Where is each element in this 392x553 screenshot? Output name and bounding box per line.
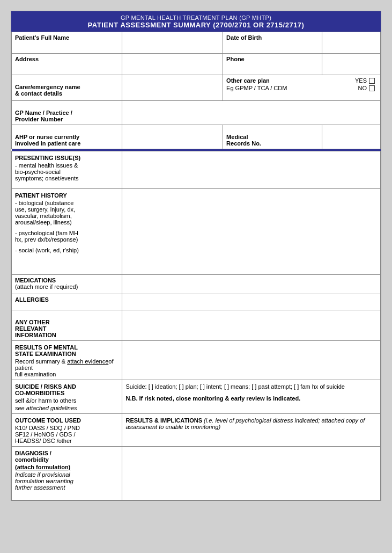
presenting-issues-label: PRESENTING ISSUE(S) - mental health issu… — [12, 151, 122, 189]
any-other-label: ANY OTHER RELEVANT INFORMATION — [12, 310, 122, 341]
row-address: Address Phone — [12, 54, 381, 75]
medical-records-value[interactable] — [322, 125, 381, 149]
row-mental-state: RESULTS OF MENTAL STATE EXAMINATION Reco… — [12, 341, 381, 380]
outcome-results-cell: RESULTS & IMPLICATIONS (i.e. level of ps… — [122, 414, 381, 447]
patient-name-value[interactable] — [122, 32, 223, 54]
suicide-note: N.B. If risk noted, close monitoring & e… — [125, 395, 377, 402]
medical-records-label: Medical Records No. — [223, 125, 322, 149]
phone-label: Phone — [223, 54, 322, 75]
header-line2: PATIENT ASSESSMENT SUMMARY (2700/2701 OR… — [13, 21, 379, 29]
row-outcome-tool: OUTCOME TOOL USED K10/ DASS / SDQ / PND … — [12, 414, 381, 447]
patient-name-label: Patient's Full Name — [12, 32, 122, 54]
form-table: Patient's Full Name Date of Birth Addres… — [11, 32, 381, 500]
row-suicide: SUICIDE / RISKS AND CO-MORBIDITIES self … — [12, 380, 381, 414]
diagnosis-label: DIAGNOSIS / comorbidity (attach formulat… — [12, 447, 122, 500]
row-diagnosis: DIAGNOSIS / comorbidity (attach formulat… — [12, 447, 381, 500]
no-checkbox[interactable] — [369, 85, 375, 91]
page: GP MENTAL HEALTH TREATMENT PLAN (GP MHTP… — [11, 11, 381, 501]
row-patient-name: Patient's Full Name Date of Birth — [12, 32, 381, 54]
allergies-label: ALLERGIES — [12, 294, 122, 310]
dob-value[interactable] — [322, 32, 381, 54]
mental-state-label: RESULTS OF MENTAL STATE EXAMINATION Reco… — [12, 341, 122, 380]
row-any-other: ANY OTHER RELEVANT INFORMATION — [12, 310, 381, 341]
ahp-label: AHP or nurse currently involved in patie… — [12, 125, 122, 149]
row-carer: Carer/emergency name & contact details O… — [12, 75, 381, 101]
allergies-value[interactable] — [122, 294, 381, 310]
patient-history-label: PATIENT HISTORY - biological (substance … — [12, 189, 122, 275]
medications-value[interactable] — [122, 275, 381, 294]
yes-checkbox[interactable] — [369, 78, 375, 84]
carer-label: Carer/emergency name & contact details — [12, 75, 122, 101]
suicide-label: SUICIDE / RISKS AND CO-MORBIDITIES self … — [12, 380, 122, 414]
any-other-value[interactable] — [122, 310, 381, 341]
gp-name-label: GP Name / Practice / Provider Number — [12, 101, 122, 125]
row-allergies: ALLERGIES — [12, 294, 381, 310]
other-care-plan-cell: Other care plan YES Eg GPMP / TCA / CDM … — [223, 75, 381, 101]
form-header: GP MENTAL HEALTH TREATMENT PLAN (GP MHTP… — [11, 11, 381, 32]
suicide-value: Suicide: [ ] ideation; [ ] plan; [ ] int… — [122, 380, 381, 414]
patient-history-value[interactable] — [122, 189, 381, 275]
row-patient-history: PATIENT HISTORY - biological (substance … — [12, 189, 381, 275]
phone-value[interactable] — [322, 54, 381, 75]
carer-value[interactable] — [122, 75, 223, 101]
outcome-tool-label: OUTCOME TOOL USED K10/ DASS / SDQ / PND … — [12, 414, 122, 447]
mental-state-value[interactable] — [122, 341, 381, 380]
header-line1: GP MENTAL HEALTH TREATMENT PLAN (GP MHTP… — [13, 14, 379, 21]
gp-name-value[interactable] — [122, 101, 381, 125]
diagnosis-value[interactable] — [122, 447, 381, 500]
dob-label: Date of Birth — [223, 32, 322, 54]
row-ahp: AHP or nurse currently involved in patie… — [12, 125, 381, 149]
suicide-checklist: Suicide: [ ] ideation; [ ] plan; [ ] int… — [125, 383, 377, 390]
row-gp-name: GP Name / Practice / Provider Number — [12, 101, 381, 125]
medications-label: MEDICATIONS (attach more if required) — [12, 275, 122, 294]
presenting-issues-value[interactable] — [122, 151, 381, 189]
ahp-value[interactable] — [122, 125, 223, 149]
row-medications: MEDICATIONS (attach more if required) — [12, 275, 381, 294]
row-presenting-issues: PRESENTING ISSUE(S) - mental health issu… — [12, 151, 381, 189]
address-label: Address — [12, 54, 122, 75]
address-value[interactable] — [122, 54, 223, 75]
